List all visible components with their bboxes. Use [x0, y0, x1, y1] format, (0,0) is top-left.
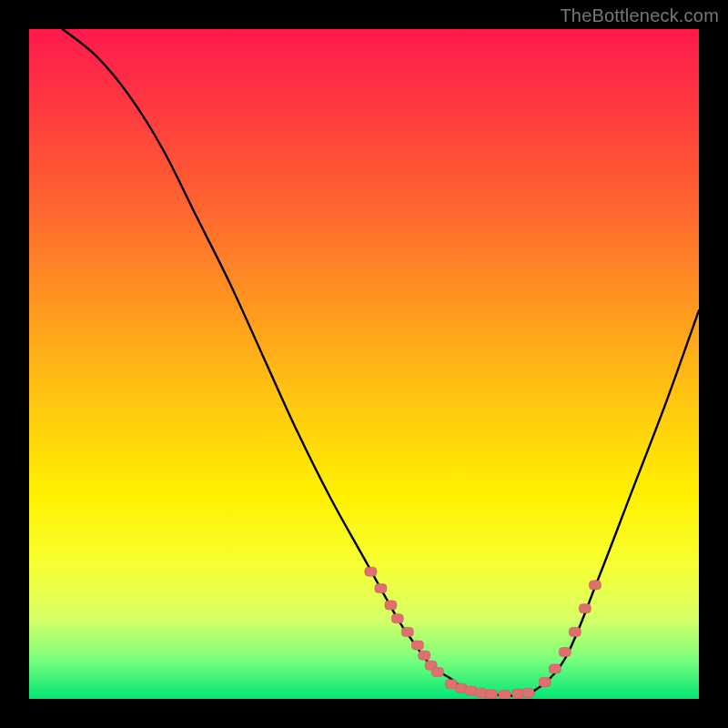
- curve-marker: [375, 584, 387, 593]
- curve-markers: [365, 567, 602, 699]
- curve-marker: [411, 641, 423, 650]
- curve-marker: [391, 614, 403, 623]
- curve-marker: [579, 604, 591, 613]
- curve-marker: [485, 690, 497, 699]
- chart-frame: TheBottleneck.com: [0, 0, 728, 728]
- curve-marker: [419, 651, 430, 660]
- curve-marker: [431, 668, 443, 677]
- curve-marker: [559, 647, 571, 656]
- curve-marker: [499, 691, 511, 699]
- curve-marker: [385, 601, 397, 610]
- watermark-text: TheBottleneck.com: [560, 5, 719, 26]
- chart-svg: [29, 29, 699, 699]
- curve-marker: [549, 664, 561, 673]
- curve-marker: [539, 678, 551, 687]
- curve-marker: [589, 581, 601, 590]
- curve-marker: [365, 567, 377, 576]
- bottleneck-curve: [63, 29, 699, 696]
- curve-marker: [569, 627, 581, 636]
- curve-marker: [522, 688, 534, 697]
- plot-area: [29, 29, 699, 699]
- curve-marker: [401, 627, 413, 636]
